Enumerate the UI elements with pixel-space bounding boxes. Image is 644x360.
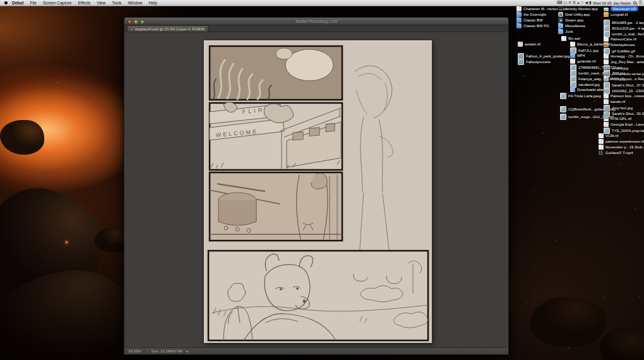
desktop-icon[interactable]: Longtail.tif — [604, 12, 628, 17]
apple-icon — [4, 1, 8, 4]
file-label: 2786864881_7063720.jpg — [578, 65, 623, 70]
menu-view[interactable]: View — [93, 1, 109, 5]
desktop-icon[interactable]: Georgia Expr...Lauren.rtf — [604, 122, 644, 127]
file-icon — [561, 36, 566, 41]
desktop-icon[interactable]: Downloads alias — [570, 87, 605, 92]
file-label: November p...19 Stub.xml — [605, 145, 644, 150]
desktop-icon[interactable]: Horsegg - Ch...Emotions.ai — [604, 54, 644, 59]
file-icon — [560, 106, 566, 112]
desktop-icon[interactable]: Steam.app — [558, 18, 583, 23]
menu-tools[interactable]: Tools — [109, 1, 124, 5]
desktop-icon[interactable]: Disk Utility.app — [558, 12, 590, 17]
comic-panel-3 — [210, 172, 342, 241]
desktop-icon[interactable]: Ebony_a_barter.swf — [570, 42, 611, 47]
desktop-icon[interactable]: Junk — [558, 29, 573, 34]
desktop-icon[interactable]: Activity Monitor.app — [558, 6, 598, 11]
desktop-icon[interactable]: CQBrewWork...gnlarge.jpeg — [560, 106, 616, 112]
file-icon — [518, 42, 523, 47]
desktop-icon[interactable]: Ais Overnight — [516, 12, 546, 17]
menu-window[interactable]: Window — [124, 1, 145, 5]
window-titlebar[interactable]: Adobe Photoshop CS5 — [124, 18, 508, 25]
menu-effects[interactable]: Effects — [75, 1, 93, 5]
file-label: bands.rtf — [611, 99, 625, 104]
desktop-icon[interactable]: Falloutprocess — [518, 59, 551, 65]
apple-menu[interactable] — [3, 1, 9, 4]
desktop-icon[interactable]: November p...19 Stub.xml — [599, 145, 644, 150]
file-label: patreon experiences.rtf — [605, 139, 644, 144]
battery-icon[interactable]: ▮ — [589, 0, 591, 6]
menu-screen-capture[interactable]: Screen Capture — [40, 1, 75, 5]
desktop-icon[interactable]: PatreonCare.rtf — [604, 37, 636, 42]
desktop-icon[interactable]: avatari.rtf — [518, 42, 540, 47]
file-icon — [558, 18, 563, 23]
file-label: 883x685.jpe - 2 large.jpg — [612, 20, 644, 25]
document-size-info: Doc: 12.2M/60.0M — [152, 349, 182, 353]
spotlight-tail — [636, 3, 637, 4]
canvas-pasteboard[interactable]: FLIR WELCOME — [124, 32, 508, 347]
desktop-icon[interactable]: Jog_Roy Mac...artwork.ai — [604, 59, 644, 64]
desktop-icon[interactable]: Patreon lists...mission.ai — [604, 93, 644, 99]
file-icon — [516, 18, 522, 23]
desktop-icon[interactable]: Classic BW PG — [516, 23, 549, 28]
desktop-icon[interactable]: bands.rtf — [604, 99, 625, 104]
document-tab[interactable]: × dogdays4.psd @ 33.3% (Layer 4, RGB/8) — [127, 25, 208, 32]
file-label: avatari.rtf — [525, 42, 540, 47]
input-keyboard-icon[interactable]: ⌨ — [557, 0, 563, 6]
asteroid — [0, 120, 44, 155]
file-icon — [604, 122, 609, 127]
wifi-icon[interactable]: ◠ — [580, 0, 583, 6]
file-icon — [604, 12, 609, 17]
statusbar-popup-arrow[interactable]: ▶ — [186, 349, 189, 353]
file-label: Classic BW — [523, 18, 543, 23]
menu-debut[interactable]: Debut — [9, 1, 27, 5]
photoshop-window: Adobe Photoshop CS5 × dogdays4.psd @ 33.… — [124, 17, 509, 355]
file-label: Disk Utility.app — [565, 12, 590, 17]
file-label: MP4 — [577, 53, 585, 58]
close-window-button[interactable] — [128, 20, 132, 24]
desktop-icon[interactable]: F9-Trivia Larla.jpeg — [560, 93, 600, 99]
file-label: Sarah's Shot...37.38 PM.jpg — [612, 83, 644, 88]
sync-arrows-icon[interactable]: ⇅ — [573, 0, 576, 6]
desktop-icon[interactable]: VCM.rtf — [599, 133, 618, 138]
spotlight-icon[interactable] — [633, 1, 637, 5]
tab-close-icon[interactable]: × — [131, 27, 133, 31]
minimize-window-button[interactable] — [134, 20, 138, 24]
zoom-window-button[interactable] — [140, 20, 145, 24]
notification-list-icon[interactable]: ☰ — [639, 0, 642, 6]
file-icon — [570, 59, 575, 64]
file-icon — [516, 12, 522, 17]
desktop-icon[interactable]: MP4 — [570, 53, 585, 58]
file-icon — [518, 59, 524, 65]
desktop-icon[interactable]: tumblr_mcgv...t2s1_250.gif — [560, 114, 614, 120]
file-label: flirt.swf — [568, 36, 580, 41]
menu-username[interactable]: Jay Naylor — [613, 1, 631, 5]
display-icon[interactable]: ▢ — [563, 0, 567, 6]
comic-figure-sketch — [354, 66, 398, 276]
file-icon — [558, 23, 563, 28]
menu-file[interactable]: File — [27, 1, 39, 5]
menu-help[interactable]: Help — [146, 1, 160, 5]
desktop-icon[interactable]: Macintosh HD — [604, 6, 638, 11]
file-icon — [604, 37, 609, 42]
desktop-icon[interactable]: GoHand7.T.mp4 — [599, 150, 633, 155]
file-icon — [604, 99, 609, 104]
file-label: Downloads alias — [577, 87, 605, 92]
zoom-level-field[interactable]: 33.33% — [128, 349, 148, 353]
desktop-icon[interactable]: patreon experiences.rtf — [599, 139, 644, 144]
file-label: Patreon lists...mission.ai — [611, 93, 644, 99]
desktop-icon[interactable]: flirt.swf — [561, 36, 580, 41]
file-label: VCM.rtf — [605, 133, 618, 138]
volume-icon[interactable]: ◀ — [585, 0, 588, 6]
eject-icon[interactable]: ▴ — [577, 0, 579, 6]
menu-clock[interactable]: Wed 10:33 — [593, 1, 611, 5]
file-label: Jog_Roy Mac...artwork.ai — [611, 59, 644, 64]
desktop-icon[interactable]: Miscellanea — [558, 23, 585, 28]
file-label: Arbeitsphones — [611, 42, 635, 47]
file-label: KaFULL.jpg — [578, 48, 599, 53]
desktop-icon[interactable]: Classic BW — [516, 18, 543, 23]
desktop-icon[interactable]: gotavids.rtf — [570, 59, 595, 64]
menu-bar-status-area: ⌨▢↺⇅▴◠◀▮ Wed 10:33 Jay Naylor ☰ — [557, 0, 642, 6]
file-label: Georgia Expr...Lauren.rtf — [611, 122, 644, 127]
document-page[interactable]: FLIR WELCOME — [204, 40, 432, 343]
time-machine-icon[interactable]: ↺ — [568, 0, 571, 6]
